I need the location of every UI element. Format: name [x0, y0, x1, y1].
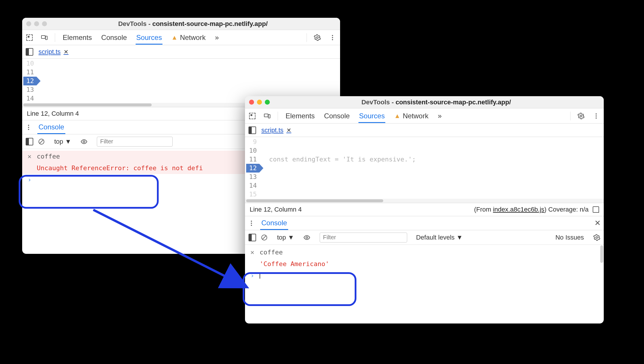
devtools-window-after: DevTools - consistent-source-map-pc.netl… — [245, 96, 604, 323]
svg-point-24 — [596, 237, 598, 238]
console-filter-input[interactable] — [97, 137, 173, 147]
editor-statusbar: Line 12, Column 4 (From index.a8c1ec6b.j… — [245, 203, 604, 216]
horizontal-scrollbar[interactable] — [245, 199, 604, 203]
main-toolbar: Elements Console Sources ▲ Network » — [245, 108, 604, 124]
svg-point-17 — [596, 117, 597, 119]
console-result-row: 'Coffee Americano' — [245, 258, 604, 270]
window-title: DevTools - consistent-source-map-pc.netl… — [273, 99, 600, 106]
navigator-toggle-icon[interactable] — [249, 126, 256, 134]
more-tabs-button[interactable]: » — [437, 109, 442, 123]
more-tabs-button[interactable]: » — [214, 31, 219, 45]
close-tab-icon[interactable]: ✕ — [64, 48, 69, 55]
device-toolbar-icon[interactable] — [264, 112, 271, 119]
svg-line-25 — [93, 210, 245, 286]
console-output[interactable]: ✕ coffee 'Coffee Americano' › — [245, 245, 604, 323]
text-cursor — [260, 272, 260, 279]
tab-sources[interactable]: Sources — [136, 31, 162, 45]
source-map-link[interactable]: index.a8c1ec6b.js — [493, 206, 544, 213]
source-map-info: (From index.a8c1ec6b.js) Coverage: n/a — [474, 206, 589, 213]
tab-console[interactable]: Console — [323, 109, 350, 123]
context-selector[interactable]: top ▼ — [277, 234, 294, 241]
svg-line-10 — [40, 140, 43, 143]
device-toolbar-icon[interactable] — [41, 34, 48, 41]
console-toolbar: top ▼ Default levels ▼ No Issues — [245, 230, 604, 245]
vertical-scrollbar[interactable] — [600, 245, 603, 263]
console-input-row: ✕ coffee — [245, 247, 604, 258]
console-drawer-header: Console ✕ — [245, 216, 604, 230]
tab-elements[interactable]: Elements — [62, 31, 92, 45]
console-prompt[interactable]: › — [245, 270, 604, 282]
minimize-window-button[interactable] — [34, 21, 39, 26]
maximize-window-button[interactable] — [42, 21, 47, 26]
line-gutter: 9 10 11 12 13 14 15 — [245, 137, 262, 199]
issues-button[interactable]: No Issues — [555, 234, 584, 241]
settings-icon[interactable] — [314, 34, 321, 41]
inspect-element-icon[interactable] — [249, 113, 256, 119]
source-editor[interactable]: 9 10 11 12 13 14 15 const endingText = '… — [245, 137, 604, 199]
kebab-menu-icon[interactable] — [329, 34, 336, 41]
settings-icon[interactable] — [578, 112, 584, 119]
tab-network[interactable]: ▲ Network — [393, 109, 429, 123]
warning-icon: ▲ — [171, 34, 178, 41]
svg-point-16 — [596, 115, 597, 117]
svg-point-7 — [28, 127, 29, 128]
svg-rect-0 — [41, 36, 45, 38]
console-sidebar-toggle-icon[interactable] — [26, 138, 33, 145]
close-window-button[interactable] — [26, 21, 31, 26]
inspect-element-icon[interactable] — [26, 34, 33, 41]
svg-point-8 — [28, 129, 29, 130]
scrollbar-thumb[interactable] — [246, 199, 383, 202]
annotation-arrow-icon — [90, 208, 257, 298]
maximize-window-button[interactable] — [265, 100, 270, 105]
kebab-menu-icon[interactable] — [593, 112, 600, 119]
svg-rect-13 — [268, 115, 270, 118]
drawer-tab-console[interactable]: Console — [260, 217, 288, 230]
tab-network[interactable]: ▲ Network — [171, 31, 206, 45]
svg-point-23 — [306, 237, 308, 238]
close-window-button[interactable] — [249, 100, 254, 105]
clear-console-icon[interactable] — [38, 138, 45, 145]
warning-icon: ▲ — [394, 112, 400, 120]
titlebar[interactable]: DevTools - consistent-source-map-pc.netl… — [22, 18, 340, 30]
window-title: DevTools - consistent-source-map-pc.netl… — [50, 20, 336, 28]
window-controls — [249, 100, 270, 105]
svg-point-6 — [28, 125, 29, 126]
navigator-toggle-icon[interactable] — [26, 48, 33, 56]
coverage-toggle-icon[interactable] — [593, 206, 599, 213]
kebab-menu-icon[interactable] — [25, 124, 32, 131]
live-expression-icon[interactable] — [80, 138, 88, 145]
console-settings-icon[interactable] — [593, 234, 600, 241]
clear-console-icon[interactable] — [261, 234, 268, 241]
main-toolbar: Elements Console Sources ▲ Network » — [22, 30, 340, 45]
line-gutter: 10 11 12 13 14 — [22, 59, 39, 103]
file-tab-script-ts[interactable]: script.ts ✕ — [261, 126, 291, 134]
minimize-window-button[interactable] — [257, 100, 262, 105]
titlebar[interactable]: DevTools - consistent-source-map-pc.netl… — [245, 96, 604, 108]
log-levels-selector[interactable]: Default levels ▼ — [416, 234, 463, 241]
file-tabs-bar: script.ts ✕ — [22, 45, 340, 59]
live-expression-icon[interactable] — [303, 234, 310, 241]
tab-console[interactable]: Console — [101, 31, 127, 45]
svg-point-4 — [332, 37, 333, 38]
close-drawer-icon[interactable]: ✕ — [594, 219, 601, 228]
window-controls — [26, 21, 47, 26]
cursor-position: Line 12, Column 4 — [250, 206, 302, 213]
file-tabs-bar: script.ts ✕ — [245, 124, 604, 137]
console-filter-input[interactable] — [320, 233, 407, 242]
file-tab-script-ts[interactable]: script.ts ✕ — [38, 48, 69, 56]
svg-point-15 — [596, 113, 597, 115]
svg-point-3 — [332, 35, 333, 36]
current-line-marker: 12 — [246, 164, 259, 173]
code-lines[interactable]: const endingText = 'It is expensive.'; c… — [262, 137, 604, 199]
drawer-tab-console[interactable]: Console — [37, 121, 65, 134]
svg-rect-12 — [264, 114, 268, 117]
scrollbar-thumb[interactable] — [23, 103, 152, 106]
close-icon[interactable]: ✕ — [26, 152, 33, 161]
current-line-marker: 12 — [23, 77, 36, 85]
tab-elements[interactable]: Elements — [285, 109, 315, 123]
context-selector[interactable]: top ▼ — [54, 138, 71, 145]
svg-point-14 — [580, 115, 582, 117]
cursor-position: Line 12, Column 4 — [27, 110, 79, 117]
tab-sources[interactable]: Sources — [358, 109, 385, 123]
close-tab-icon[interactable]: ✕ — [286, 127, 291, 134]
